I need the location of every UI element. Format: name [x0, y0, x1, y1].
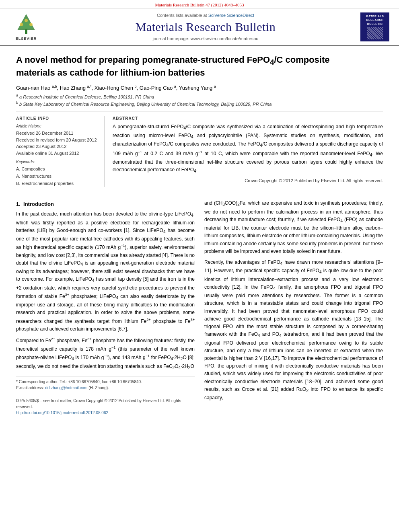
divider-2: [16, 192, 383, 192]
revised-date: Received in revised form 20 August 2012: [16, 137, 98, 144]
elsevier-logo: ELSEVIER: [8, 12, 44, 41]
divider-1: [16, 111, 383, 111]
issn-bar: 0025-5408/$ – see front matter, Crown Co…: [16, 395, 195, 416]
copyright-line: Crown Copyright © 2012 Published by Else…: [113, 178, 383, 183]
affiliation-a: a a Research Institute of Chemical Defen…: [16, 93, 383, 99]
footnote-corresponding: * Corresponding author. Tel.: +86 10 667…: [16, 379, 195, 385]
abstract-text: A pomegranate-structured FePO4/C composi…: [113, 123, 383, 175]
affiliation-b: b b State Key Laboratory of Chemical Res…: [16, 101, 383, 107]
received-date: Received 26 December 2011: [16, 130, 98, 137]
article-content: A novel method for preparing pomegranate…: [0, 46, 399, 424]
doi-text: http://dx.doi.org/10.1016/j.materresbull…: [16, 410, 195, 416]
journal-title-area: Contents lists available at SciVerse Sci…: [52, 12, 359, 41]
right-para-1: and (CH3COO)2Fe, which are expensive and…: [204, 199, 383, 255]
svg-point-4: [29, 23, 33, 26]
footnote-area: * Corresponding author. Tel.: +86 10 667…: [16, 376, 195, 391]
journal-citation: Materials Research Bulletin 47 (2012) 40…: [155, 2, 244, 7]
intro-para-2: Compared to Fe2+ phosphate, Fe3+ phospha…: [16, 336, 195, 371]
journal-title: Materials Research Bulletin: [52, 20, 359, 34]
keyword-1: A. Composites: [16, 166, 98, 173]
journal-citation-bar: Materials Research Bulletin 47 (2012) 40…: [0, 0, 399, 8]
svg-point-5: [25, 19, 28, 22]
doi-link[interactable]: http://dx.doi.org/10.1016/j.materresbull…: [16, 411, 108, 415]
sciverse-line: Contents lists available at SciVerse Sci…: [52, 13, 359, 18]
footnote-email: E-mail address: drl.zhang@hotmail.com (H…: [16, 385, 195, 391]
sciverse-link[interactable]: SciVerse ScienceDirect: [208, 13, 254, 18]
svg-point-3: [20, 23, 23, 26]
issn-text: 0025-5408/$ – see front matter, Crown Co…: [16, 398, 195, 410]
right-para-2: Recently, the advantages of FePO4 have d…: [204, 259, 383, 402]
accepted-date: Accepted 23 August 2012: [16, 143, 98, 150]
article-info-title: ARTICLE INFO: [16, 116, 98, 121]
keyword-3: B. Electrochemical properties: [16, 180, 98, 187]
logo-line-2: RESEARCH: [366, 18, 383, 22]
logo-line-1: MATERIALS: [366, 14, 384, 18]
abstract-col: ABSTRACT A pomegranate-structured FePO4/…: [113, 116, 383, 187]
available-date: Available online 31 August 2012: [16, 150, 98, 157]
article-title: A novel method for preparing pomegranate…: [16, 54, 383, 79]
article-info-col: ARTICLE INFO Article history: Received 2…: [16, 116, 105, 187]
abstract-title: ABSTRACT: [113, 116, 383, 121]
keywords-label: Keywords:: [16, 160, 98, 164]
body-two-col: 1. Introduction In the past decade, much…: [16, 199, 383, 416]
elsevier-label: ELSEVIER: [16, 37, 37, 41]
history-label: Article history:: [16, 124, 98, 128]
section1-heading: 1. Introduction: [16, 201, 195, 207]
authors-line: Guan-nan Hao a,b, Hao Zhang a,*, Xiao-Ho…: [16, 84, 383, 91]
logo-decoration: [367, 27, 383, 39]
journal-logo-img: MATERIALS RESEARCH BULLETIN: [360, 12, 389, 41]
journal-header: ELSEVIER Contents lists available at Sci…: [0, 8, 399, 46]
journal-homepage: journal homepage: www.elsevier.com/locat…: [52, 36, 359, 41]
journal-logo-box: MATERIALS RESEARCH BULLETIN: [359, 12, 391, 41]
intro-para-1: In the past decade, much attention has b…: [16, 210, 195, 333]
logo-line-3: BULLETIN: [367, 22, 383, 26]
info-abstract-row: ARTICLE INFO Article history: Received 2…: [16, 116, 383, 187]
keyword-2: A. Nanostructures: [16, 173, 98, 180]
email-link[interactable]: drl.zhang@hotmail.com: [45, 386, 87, 390]
body-col-right: and (CH3COO)2Fe, which are expensive and…: [204, 199, 383, 416]
body-col-left: 1. Introduction In the past decade, much…: [16, 199, 195, 416]
